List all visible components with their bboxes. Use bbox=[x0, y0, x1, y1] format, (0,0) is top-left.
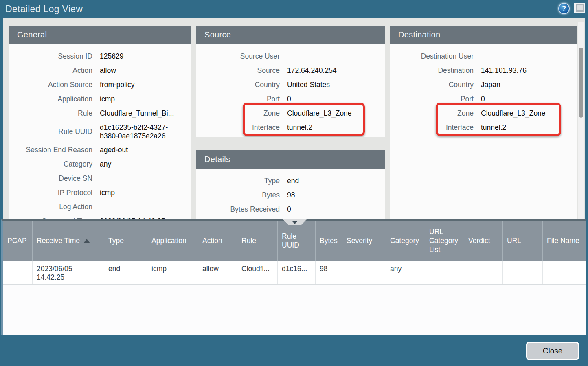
column-header-rule-uuid[interactable]: Rule UUID bbox=[278, 221, 316, 261]
column-header-file-name[interactable]: File Name bbox=[543, 221, 586, 261]
field-label: Source User bbox=[196, 52, 280, 61]
cell-application: icmp bbox=[147, 261, 198, 284]
field-label: Country bbox=[390, 81, 474, 89]
column-header-application[interactable]: Application bbox=[147, 221, 198, 261]
field-row-log-action: Log Action bbox=[9, 200, 191, 214]
field-value: 0 bbox=[287, 205, 385, 213]
column-label: Bytes bbox=[320, 237, 338, 245]
field-label: Type bbox=[196, 177, 280, 185]
field-value: United States bbox=[287, 81, 385, 89]
field-label: Action Source bbox=[9, 81, 92, 89]
dialog-title: Detailed Log View bbox=[5, 4, 83, 15]
field-row-source-zone: Zone Cloudflare_L3_Zone bbox=[196, 106, 385, 121]
cell-verdict bbox=[464, 261, 503, 284]
field-value: tunnel.2 bbox=[481, 123, 577, 131]
column-header-pcap[interactable]: PCAP bbox=[3, 221, 33, 261]
column-label: Rule UUID bbox=[282, 232, 311, 250]
field-label: Session End Reason bbox=[9, 146, 92, 154]
log-table-header: PCAP Receive Time Type Application Actio… bbox=[3, 221, 586, 261]
field-row-source-user: Source User bbox=[196, 49, 385, 64]
destination-section-header: Destination bbox=[390, 26, 577, 44]
field-value: 0 bbox=[481, 95, 577, 103]
field-value: any bbox=[100, 160, 191, 168]
log-detail-panel: General Session ID 125629 Action allow A… bbox=[3, 18, 585, 221]
field-value: tunnel.2 bbox=[287, 123, 385, 131]
field-label: Destination bbox=[390, 66, 474, 75]
field-row-bytes-received: Bytes Received 0 bbox=[196, 202, 385, 217]
column-label: Type bbox=[108, 237, 124, 245]
column-header-rule[interactable]: Rule bbox=[237, 221, 278, 261]
column-header-action[interactable]: Action bbox=[198, 221, 237, 261]
column-label: Verdict bbox=[468, 237, 490, 245]
column-label: Severity bbox=[347, 237, 372, 245]
field-value: Cloudflare_L3_Zone bbox=[287, 109, 385, 117]
field-row-destination-country: Country Japan bbox=[390, 78, 577, 92]
column-header-url-category-list[interactable]: URL Category List bbox=[425, 221, 464, 261]
close-button[interactable]: Close bbox=[526, 342, 579, 360]
field-label: Zone bbox=[196, 109, 280, 118]
column-label: URL Category List bbox=[429, 228, 460, 254]
source-section-header: Source bbox=[196, 26, 385, 44]
cell-type: end bbox=[104, 261, 147, 284]
field-row-application: Application icmp bbox=[9, 92, 191, 106]
details-section-header: Details bbox=[196, 150, 385, 169]
field-value: icmp bbox=[100, 188, 191, 197]
cell-severity bbox=[342, 261, 386, 284]
help-icon[interactable]: ? bbox=[558, 3, 570, 14]
column-label: Category bbox=[390, 237, 419, 245]
field-label: Category bbox=[9, 160, 92, 169]
field-value: d1c16235-b2f2-4327-b380-0ae1875e2a26 bbox=[100, 123, 191, 140]
field-row-bytes: Bytes 98 bbox=[196, 188, 385, 202]
log-table-panel: PCAP Receive Time Type Application Actio… bbox=[1, 219, 586, 335]
field-label: Session ID bbox=[9, 52, 92, 61]
field-label: Action bbox=[9, 66, 92, 75]
detail-panel-scrollbar[interactable] bbox=[578, 22, 584, 219]
field-value: icmp bbox=[100, 95, 191, 103]
column-label: Rule bbox=[241, 237, 256, 245]
window-restore-icon[interactable] bbox=[574, 3, 585, 13]
column-label: Application bbox=[151, 237, 186, 245]
details-section-body: Type end Bytes 98 Bytes Received 0 bbox=[196, 169, 385, 217]
column-label: PCAP bbox=[7, 237, 27, 245]
field-value: 0 bbox=[287, 95, 385, 103]
field-label: Destination User bbox=[390, 52, 474, 61]
source-section: Source Source User Source 172.64.240.254… bbox=[196, 26, 385, 137]
general-section: General Session ID 125629 Action allow A… bbox=[9, 26, 191, 221]
field-label: Rule UUID bbox=[9, 127, 92, 136]
cell-category: any bbox=[386, 261, 425, 284]
field-value: 172.64.240.254 bbox=[287, 66, 385, 75]
field-row-destination-port: Port 0 bbox=[390, 92, 577, 106]
cell-url bbox=[503, 261, 543, 284]
cell-receive-time: 2023/06/05 14:42:25 bbox=[33, 261, 104, 284]
field-value: Japan bbox=[481, 81, 577, 89]
field-value: aged-out bbox=[100, 146, 191, 154]
field-row-source-interface: Interface tunnel.2 bbox=[196, 121, 385, 135]
log-table-row[interactable]: 2023/06/05 14:42:25 end icmp allow Cloud… bbox=[3, 261, 586, 285]
column-header-verdict[interactable]: Verdict bbox=[464, 221, 503, 261]
field-row-category: Category any bbox=[9, 157, 191, 171]
column-header-category[interactable]: Category bbox=[386, 221, 425, 261]
field-value: 98 bbox=[287, 191, 385, 199]
field-row-ip-protocol: IP Protocol icmp bbox=[9, 186, 191, 200]
field-row-action-source: Action Source from-policy bbox=[9, 78, 191, 92]
field-row-destination-user: Destination User bbox=[390, 49, 577, 64]
column-label: Receive Time bbox=[37, 237, 80, 245]
details-section: Details Type end Bytes 98 Bytes Received… bbox=[196, 150, 385, 221]
field-value: Cloudflare_L3_Zone bbox=[481, 109, 577, 117]
cell-bytes: 98 bbox=[316, 261, 342, 284]
field-row-type: Type end bbox=[196, 174, 385, 188]
field-row-destination-address: Destination 141.101.93.76 bbox=[390, 64, 577, 78]
field-row-source-port: Port 0 bbox=[196, 92, 385, 106]
column-header-receive-time[interactable]: Receive Time bbox=[33, 221, 104, 261]
field-value: end bbox=[287, 177, 385, 185]
column-header-severity[interactable]: Severity bbox=[342, 221, 386, 261]
column-header-type[interactable]: Type bbox=[104, 221, 147, 261]
field-label: Source bbox=[196, 66, 280, 75]
scrollbar-thumb[interactable] bbox=[579, 48, 583, 118]
field-row-destination-interface: Interface tunnel.2 bbox=[390, 121, 577, 135]
column-header-url[interactable]: URL bbox=[503, 221, 543, 261]
column-header-bytes[interactable]: Bytes bbox=[316, 221, 342, 261]
field-row-session-end-reason: Session End Reason aged-out bbox=[9, 143, 191, 157]
cell-rule: Cloudfl... bbox=[237, 261, 278, 284]
column-label: File Name bbox=[547, 237, 579, 245]
